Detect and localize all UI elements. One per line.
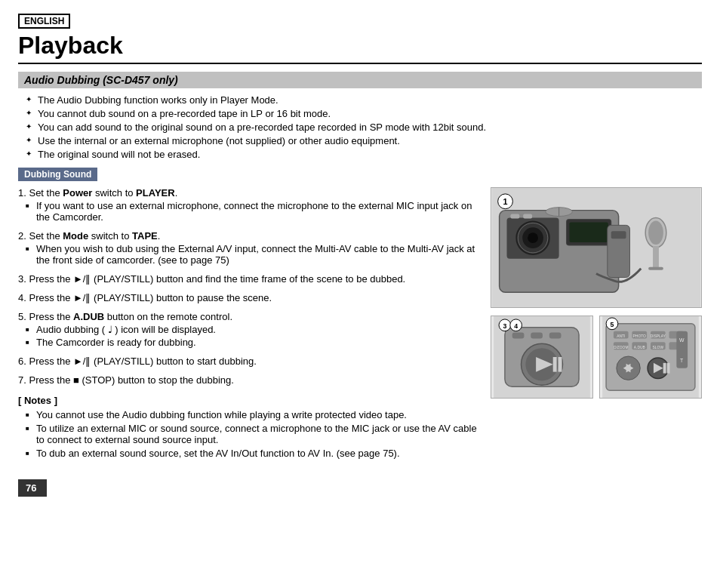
step-5: 5. Press the A.DUB button on the remote …	[18, 311, 478, 348]
svg-rect-26	[553, 357, 557, 372]
diagram-image-3: ANTI PHOTO DISPLAY D/ZOOM A.DUB SLOW W	[599, 316, 702, 399]
svg-rect-17	[653, 246, 659, 269]
step-4: 4. Press the ►/‖ (PLAY/STILL) button to …	[18, 292, 478, 303]
page-footer: 76	[18, 473, 702, 497]
step-5-sub-1: Audio dubbing ( ♩ ) icon will be display…	[26, 324, 478, 335]
note-3: To dub an external sound source, set the…	[26, 448, 478, 459]
svg-text:ANTI: ANTI	[617, 334, 625, 338]
svg-rect-59	[663, 363, 666, 374]
intro-bullets: The Audio Dubbing function works only in…	[18, 94, 702, 160]
step-7: 7. Press the ■ (STOP) button to stop the…	[18, 374, 478, 386]
language-badge: ENGLISH	[18, 14, 70, 29]
notes-title: [ Notes ]	[18, 395, 478, 406]
step-1: 1. Set the Power switch to PLAYER. If yo…	[18, 187, 478, 223]
english-badge-wrapper: ENGLISH	[18, 14, 702, 32]
svg-rect-27	[558, 357, 562, 372]
svg-rect-12	[611, 231, 626, 239]
svg-text:D/ZOOM: D/ZOOM	[614, 346, 629, 349]
note-1: You cannot use the Audio dubbing functio…	[26, 409, 478, 420]
dubbing-sound-label: Dubbing Sound	[18, 168, 97, 181]
diagram-images-row: 3 4 ANTI PHOTO DISPLAY	[491, 316, 702, 399]
svg-rect-10	[523, 214, 532, 219]
svg-rect-18	[648, 267, 663, 270]
svg-text:W: W	[679, 337, 685, 343]
svg-text:4: 4	[514, 322, 518, 330]
svg-rect-29	[531, 333, 543, 339]
svg-point-5	[528, 232, 538, 243]
svg-text:SLOW: SLOW	[653, 346, 664, 349]
svg-rect-9	[510, 214, 519, 219]
main-content: 1. Set the Power switch to PLAYER. If yo…	[18, 187, 702, 461]
images-column: 1	[491, 187, 702, 461]
diagram-image-1: 1	[491, 187, 702, 308]
note-2: To utilize an external MIC or sound sour…	[26, 423, 478, 445]
svg-rect-28	[512, 333, 525, 339]
step-6: 6. Press the ►/‖ (PLAY/STILL) button to …	[18, 356, 478, 367]
section-header: Audio Dubbing (SC-D457 only)	[18, 72, 702, 88]
step-2-sub-1: When you wish to dub using the External …	[26, 243, 478, 266]
svg-rect-8	[569, 222, 608, 242]
svg-text:DISPLAY: DISPLAY	[651, 334, 666, 338]
svg-rect-60	[667, 363, 670, 374]
svg-point-16	[648, 220, 663, 245]
step-2: 2. Set the Mode switch to TAPE. When you…	[18, 230, 478, 266]
intro-bullet-3: You can add sound to the original sound …	[26, 122, 702, 133]
svg-text:5: 5	[610, 321, 614, 328]
intro-bullet-5: The original sound will not be erased.	[26, 149, 702, 160]
page-number: 76	[18, 479, 47, 497]
svg-text:A.DUB: A.DUB	[634, 346, 645, 349]
text-column: 1. Set the Power switch to PLAYER. If yo…	[18, 187, 478, 461]
diagram-image-2: 3 4	[491, 316, 593, 399]
svg-rect-30	[549, 333, 562, 339]
step-5-sub-2: The Camcorder is ready for dubbing.	[26, 337, 478, 348]
notes-list: You cannot use the Audio dubbing functio…	[18, 409, 478, 459]
step-3: 3. Press the ►/‖ (PLAY/STILL) button and…	[18, 273, 478, 285]
notes-section: [ Notes ] You cannot use the Audio dubbi…	[18, 395, 478, 459]
intro-bullet-4: Use the internal or an external micropho…	[26, 135, 702, 146]
svg-text:1: 1	[503, 197, 508, 206]
svg-text:3: 3	[503, 322, 506, 330]
page-title: Playback	[18, 32, 702, 64]
intro-bullet-2: You cannot dub sound on a pre-recorded t…	[26, 108, 702, 119]
intro-bullet-1: The Audio Dubbing function works only in…	[26, 94, 702, 106]
step-1-sub-1: If you want to use an external microphon…	[26, 200, 478, 223]
svg-text:PHOTO: PHOTO	[633, 334, 646, 338]
